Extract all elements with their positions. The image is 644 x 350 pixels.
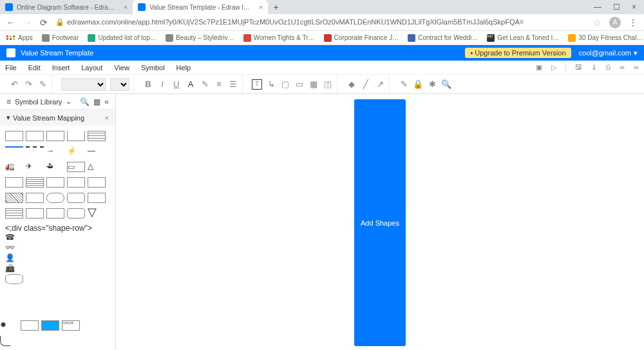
list-icon[interactable]: ☰ (228, 79, 238, 90)
shape-item[interactable] (26, 177, 44, 188)
line-style-icon[interactable]: ╱ (361, 79, 371, 90)
menu-view[interactable]: View (114, 64, 129, 72)
maximize-icon[interactable]: ☐ (613, 3, 620, 12)
lock-icon[interactable]: 🔒 (413, 79, 423, 90)
forward-icon[interactable]: → (23, 17, 32, 28)
collapse-icon[interactable]: « (104, 97, 109, 106)
menu-layout[interactable]: Layout (81, 64, 102, 72)
shape-arc[interactable] (0, 336, 10, 346)
back-icon[interactable]: ← (6, 17, 15, 28)
arrow-style-icon[interactable]: ↗ (375, 79, 385, 90)
shape-item[interactable] (5, 193, 23, 203)
shape-item[interactable] (67, 131, 85, 141)
shape-item[interactable] (26, 131, 44, 141)
share-icon[interactable]: ∞ (620, 63, 625, 72)
shape-cylinder[interactable] (5, 274, 23, 284)
shape-item[interactable] (5, 177, 23, 188)
highlight-icon[interactable]: ✎ (200, 79, 210, 90)
shape-item[interactable] (67, 208, 85, 219)
browser-tab-1[interactable]: Value Stream Template - Edraw I… × (133, 0, 268, 14)
align-icon[interactable]: ≡ (214, 79, 224, 90)
play-icon[interactable]: ▷ (551, 63, 556, 72)
image-icon[interactable]: ▦ (308, 79, 319, 90)
menu-help[interactable]: Help (176, 64, 191, 72)
bookmark-item[interactable]: Women Tights & Tr… (243, 34, 315, 42)
underline-icon[interactable]: U (171, 79, 182, 90)
print-icon[interactable]: ⎙ (606, 63, 611, 72)
shape-arrow[interactable] (26, 146, 44, 157)
shape-fax[interactable]: 📠 (5, 264, 23, 274)
shape-item[interactable] (46, 131, 64, 141)
chevron-down-icon[interactable]: ▾ (634, 49, 638, 57)
shape-item[interactable] (67, 193, 85, 203)
shape-item[interactable] (88, 131, 106, 141)
chart-icon[interactable]: ◫ (323, 79, 333, 90)
undo-icon[interactable]: ↶ (9, 79, 19, 90)
font-family-select[interactable] (61, 78, 106, 91)
bookmark-item[interactable]: Beauty – Styledriv… (166, 34, 234, 42)
bookmark-item[interactable]: 30 Day Fitness Chal… (568, 34, 643, 42)
upgrade-button[interactable]: • Upgrade to Premium Version (465, 48, 571, 58)
format-painter-icon[interactable]: ✎ (37, 79, 48, 90)
shape-glasses[interactable]: 👓 (5, 243, 23, 253)
shape-arrow[interactable] (5, 146, 23, 157)
shape-item[interactable] (67, 177, 85, 188)
shape-truck[interactable]: 🚛 (5, 162, 23, 172)
shape-screen[interactable]: ▭ (67, 162, 85, 172)
bold-icon[interactable]: B (143, 79, 153, 90)
bookmark-item[interactable]: Contract for Weddi… (408, 34, 478, 42)
minimize-icon[interactable]: — (594, 3, 601, 12)
reload-icon[interactable]: ⟳ (40, 17, 48, 28)
chevron-down-icon[interactable]: ⌄ (66, 97, 71, 106)
shape-item[interactable] (26, 193, 44, 203)
shape-arrow[interactable]: → (46, 146, 64, 157)
shape-item[interactable] (46, 208, 64, 219)
add-shapes-button[interactable]: Add Shapes (354, 99, 406, 346)
close-icon[interactable]: × (105, 114, 109, 122)
shape-triangle[interactable]: △ (88, 162, 106, 172)
browser-tab-0[interactable]: Online Diagram Software - Edra… × (0, 0, 133, 14)
doc-title[interactable]: Value Stream Template (21, 49, 93, 57)
bookmark-item[interactable]: Corporate Finance J… (324, 34, 399, 42)
presentation-icon[interactable]: ▣ (536, 63, 542, 72)
font-size-select[interactable] (110, 78, 129, 91)
shape-item[interactable] (46, 193, 64, 203)
avatar[interactable]: A (609, 17, 621, 28)
shape-ship[interactable]: ⛴ (46, 162, 64, 172)
shape-rect-icon[interactable]: ▢ (280, 79, 290, 90)
shape-triangle[interactable]: ▽ (88, 208, 106, 219)
search-tool-icon[interactable]: 🔍 (441, 79, 451, 90)
url-field[interactable]: 🔒edrawmax.com/online/app.html?y0/KUjV2Sc… (55, 18, 585, 26)
close-icon[interactable]: × (259, 3, 263, 11)
export-icon[interactable]: ⤓ (591, 63, 597, 72)
shape-item[interactable] (41, 320, 59, 331)
shape-item[interactable] (88, 193, 106, 203)
menu-file[interactable]: File (5, 64, 17, 72)
menu-edit[interactable]: Edit (28, 64, 41, 72)
category-header[interactable]: ▾ Value Stream Mapping × (0, 110, 115, 126)
settings-icon[interactable]: ✱ (427, 79, 437, 90)
bookmark-item[interactable]: Footwear (42, 34, 79, 42)
star-icon[interactable]: ☆ (593, 17, 601, 28)
shape-item[interactable] (26, 208, 44, 219)
user-email[interactable]: cool@gmail.com (579, 49, 631, 57)
shape-arrow[interactable]: — (88, 146, 106, 157)
shape-burst[interactable]: ✹ (0, 320, 18, 331)
menu-icon[interactable]: ⋮ (629, 17, 638, 28)
grid-icon[interactable]: ▦ (93, 97, 100, 106)
shape-item[interactable] (46, 177, 64, 188)
shape-person[interactable]: 👤 (5, 253, 23, 264)
shape-item[interactable] (21, 320, 39, 331)
save-icon[interactable]: 🖫 (575, 63, 582, 72)
apps-icon[interactable]: Apps (6, 34, 33, 41)
edit-icon[interactable]: ✎ (399, 79, 409, 90)
new-tab-button[interactable]: + (268, 0, 283, 14)
close-icon[interactable]: × (124, 3, 128, 11)
search-icon[interactable]: 🔍 (80, 97, 90, 106)
shape-item[interactable] (5, 208, 23, 219)
shape-lightning[interactable]: ⚡ (67, 146, 85, 157)
bookmark-item[interactable]: HDGet Lean & Toned I… (487, 34, 559, 42)
shape-item[interactable] (5, 131, 23, 141)
italic-icon[interactable]: I (157, 79, 167, 90)
shape-phone[interactable]: ☎ (5, 233, 23, 243)
